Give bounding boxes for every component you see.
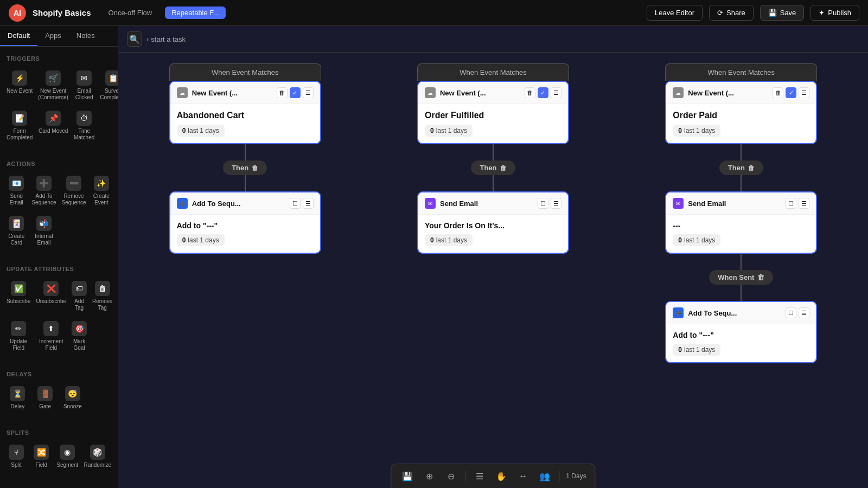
trigger-event-name-3: Order Paid: [673, 111, 809, 120]
action-desc-2: Your Order Is On It's...: [425, 221, 561, 230]
sidebar-item-segment[interactable]: ◉ Segment: [54, 440, 80, 473]
sidebar-item-add-tag[interactable]: 🏷 Add Tag: [69, 277, 89, 316]
email-clicked-label: Email Clicked: [74, 88, 94, 101]
tab-repeatable[interactable]: Repeatable F...: [165, 7, 225, 19]
trigger-3-check[interactable]: ✓: [786, 87, 796, 98]
action-1-check[interactable]: ☐: [290, 198, 301, 209]
sidebar-item-remove-tag[interactable]: 🗑 Remove Tag: [90, 277, 114, 316]
card-moved-icon: 📌: [46, 111, 61, 126]
publish-button[interactable]: ✦ Publish: [810, 5, 859, 21]
sidebar-tab-default[interactable]: Default: [0, 26, 37, 46]
sidebar-item-remove-sequence[interactable]: ➖ Remove Sequence: [60, 171, 88, 210]
sub-action-3-menu[interactable]: ☰: [799, 307, 809, 318]
then-trash-1[interactable]: 🗑: [252, 164, 258, 172]
trigger-card-1[interactable]: ☁ New Event (... 🗑 ✓ ☰ Abandoned Cart: [169, 81, 321, 144]
leave-editor-button[interactable]: Leave Editor: [647, 5, 703, 21]
toolbar-people-btn[interactable]: 👥: [537, 468, 552, 484]
trigger-3-menu[interactable]: ☰: [799, 87, 809, 98]
action-card-2-header: ✉ Send Email ☐ ☰: [418, 192, 568, 215]
sidebar-item-field[interactable]: 🔀 Field: [29, 440, 53, 473]
action-3-menu[interactable]: ☰: [799, 198, 809, 209]
action-card-3-actions: ☐ ☰: [786, 198, 809, 209]
sidebar-item-snooze[interactable]: 😴 Snooze: [60, 382, 86, 414]
delays-title: Delays: [0, 367, 118, 380]
then-trash-2[interactable]: 🗑: [500, 164, 507, 172]
trigger-card-3[interactable]: ☁ New Event (... 🗑 ✓ ☰ Order Paid 0: [665, 81, 817, 144]
sidebar-item-new-event[interactable]: ⚡ New Event: [4, 66, 35, 105]
toolbar-save-btn[interactable]: 💾: [400, 468, 415, 484]
sidebar-item-gate[interactable]: 🚪 Gate: [32, 382, 59, 414]
email-clicked-icon: ✉: [76, 70, 92, 86]
sidebar-item-card-moved[interactable]: 📌 Card Moved: [36, 106, 71, 145]
trigger-2-delete[interactable]: 🗑: [525, 87, 535, 98]
action-1-menu[interactable]: ☰: [303, 198, 314, 209]
sidebar-item-mark-goal[interactable]: 🎯 Mark Goal: [69, 317, 89, 356]
flow-content-area[interactable]: When Event Matches ☁ New Event (... 🗑 ✓ …: [118, 53, 868, 488]
connector-line-2a: [493, 144, 494, 160]
trigger-2-menu[interactable]: ☰: [551, 87, 561, 98]
form-completed-icon: 📝: [12, 111, 27, 126]
trigger-card-2[interactable]: ☁ New Event (... 🗑 ✓ ☰ Order Fulfilled: [417, 81, 569, 144]
splits-section: Splits ⑂ Split 🔀 Field ◉ Segment 🎲 Rando…: [0, 421, 118, 479]
when-sent-badge[interactable]: When Sent 🗑: [709, 270, 773, 285]
trigger-1-menu[interactable]: ☰: [303, 87, 314, 98]
action-desc-3: ---: [673, 221, 809, 230]
trigger-3-delete[interactable]: 🗑: [773, 87, 783, 98]
sidebar-item-internal-email[interactable]: 📬 Internal Email: [29, 211, 58, 251]
toolbar-zoom-in-btn[interactable]: ⊕: [422, 468, 437, 484]
save-button[interactable]: 💾 Save: [760, 5, 805, 21]
sidebar-item-update-field[interactable]: ✏ Update Field: [4, 317, 33, 356]
sidebar-item-new-event-commerce[interactable]: 🛒 New Event (Commerce): [36, 66, 71, 105]
sidebar-item-delay[interactable]: ⏳ Delay: [4, 382, 31, 414]
action-3-check[interactable]: ☐: [786, 198, 796, 209]
action-2-menu[interactable]: ☰: [551, 198, 561, 209]
connector-line-3a: [741, 144, 742, 160]
sidebar-item-unsubscribe[interactable]: ❌ Unsubscribe: [34, 277, 68, 316]
sub-action-card-3[interactable]: ➕ Add To Sequ... ☐ ☰ Add to "---" 0 l: [665, 301, 817, 363]
sub-action-3-check[interactable]: ☐: [786, 307, 796, 318]
toolbar-zoom-out-icon: ⊖: [448, 471, 455, 481]
trigger-title-2: New Event (...: [440, 89, 520, 97]
field-label: Field: [35, 462, 47, 468]
sidebar-tab-notes[interactable]: Notes: [69, 26, 103, 46]
then-trash-3[interactable]: 🗑: [748, 164, 755, 172]
trigger-1-check[interactable]: ✓: [290, 87, 301, 98]
sidebar-item-subscribe[interactable]: ✅ Subscribe: [4, 277, 33, 316]
share-button[interactable]: ⟳ Share: [709, 5, 754, 21]
sidebar-item-email-clicked[interactable]: ✉ Email Clicked: [72, 66, 97, 105]
sidebar-item-increment-field[interactable]: ⬆ Increment Field: [34, 317, 68, 356]
add-tag-icon: 🏷: [72, 281, 87, 296]
sidebar-item-time-matched[interactable]: ⏱ Time Matched: [72, 106, 97, 145]
sidebar-item-split[interactable]: ⑂ Split: [4, 440, 28, 473]
toolbar-arrows-btn[interactable]: ↔: [515, 468, 531, 484]
sidebar-item-create-card[interactable]: 🃏 Create Card: [4, 211, 28, 251]
action-title-1: Add To Sequ...: [192, 200, 285, 208]
toolbar-zoom-out-btn[interactable]: ⊖: [443, 468, 458, 484]
sidebar-item-send-email[interactable]: 📧 Send Email: [4, 171, 28, 210]
actions-section: Actions 📧 Send Email ➕ Add To Sequence ➖…: [0, 152, 118, 257]
when-event-matches-label-2: When Event Matches: [417, 63, 569, 81]
when-sent-trash[interactable]: 🗑: [757, 273, 764, 281]
delays-section: Delays ⏳ Delay 🚪 Gate 😴 Snooze: [0, 362, 118, 421]
flow-canvas: 🔍 › start a task When Event Matches ☁ Ne…: [118, 26, 868, 488]
trigger-2-check[interactable]: ✓: [538, 87, 548, 98]
send-email-label: Send Email: [7, 193, 26, 206]
sidebar-item-survey-completed[interactable]: 📋 Survey Completed: [98, 66, 118, 105]
then-badge-3[interactable]: Then 🗑: [719, 160, 763, 175]
sidebar-item-create-event[interactable]: ✨ Create Event: [90, 171, 113, 210]
sidebar-item-add-to-sequence[interactable]: ➕ Add To Sequence: [29, 171, 58, 210]
sidebar-item-form-completed[interactable]: 📝 Form Completed: [4, 106, 35, 145]
then-badge-1[interactable]: Then 🗑: [223, 160, 267, 175]
action-card-1[interactable]: ➕ Add To Sequ... ☐ ☰ Add to "---" 0 l: [169, 191, 321, 254]
sidebar-tab-apps[interactable]: Apps: [37, 26, 69, 46]
sidebar-item-randomize[interactable]: 🎲 Randomize: [81, 440, 113, 473]
toolbar-list-btn[interactable]: ☰: [472, 468, 487, 484]
then-badge-2[interactable]: Then 🗑: [471, 160, 515, 175]
action-card-3[interactable]: ✉ Send Email ☐ ☰ --- 0 last 1 days: [665, 191, 817, 254]
action-card-2[interactable]: ✉ Send Email ☐ ☰ Your Order Is On It's..…: [417, 191, 569, 254]
tab-once-off[interactable]: Once-off Flow: [102, 7, 159, 19]
toolbar-hand-btn[interactable]: ✋: [494, 468, 509, 484]
trigger-1-delete[interactable]: 🗑: [277, 87, 288, 98]
action-2-check[interactable]: ☐: [538, 198, 548, 209]
search-button[interactable]: 🔍: [127, 31, 142, 47]
